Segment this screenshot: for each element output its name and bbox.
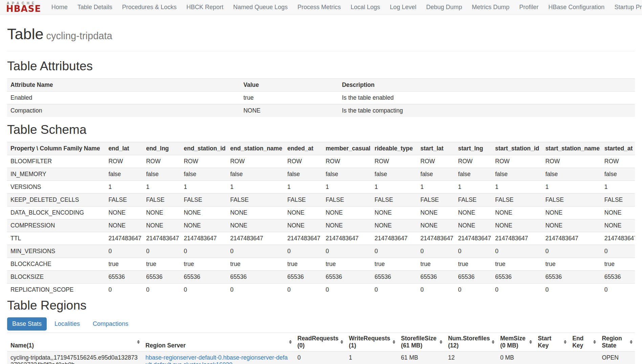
regions-column-header-end-key[interactable]: End Key (569, 333, 598, 351)
attributes-heading: Table Attributes (7, 59, 635, 73)
schema-property-cell: TTL (7, 232, 105, 245)
schema-value-cell: 1 (371, 180, 417, 193)
schema-value-cell: 65536 (542, 270, 601, 283)
attributes-header-row: Attribute NameValueDescription (7, 79, 635, 92)
schema-value-cell: NONE (180, 206, 227, 219)
schema-row: TTL2147483647214748364721474836472147483… (7, 232, 635, 245)
schema-value-cell: false (180, 168, 227, 180)
nav-item-home[interactable]: Home (46, 0, 72, 14)
schema-value-cell: FALSE (284, 193, 322, 206)
schema-value-cell: 65536 (371, 270, 417, 283)
nav-items: HomeTable DetailsProcedures & LocksHBCK … (46, 0, 642, 14)
schema-value-cell: false (284, 168, 322, 180)
nav-item-startup-progress[interactable]: Startup Progress (610, 0, 642, 14)
sort-down-arrow (340, 342, 343, 344)
nav-item-process-metrics[interactable]: Process Metrics (293, 0, 346, 14)
sort-down-arrow (593, 342, 596, 344)
regions-column-header-writerequests-1-[interactable]: WriteRequests (1) (346, 333, 398, 351)
sort-up-arrow (393, 340, 395, 341)
sort-down-arrow (564, 342, 567, 344)
top-navbar: APACHE HBASE HomeTable DetailsProcedures… (0, 0, 642, 15)
schema-row: IN_MEMORYfalsefalsefalsefalsefalsefalsef… (7, 168, 635, 180)
regions-column-header-name-1-[interactable]: Name(1) (7, 333, 142, 351)
sort-down-arrow (289, 342, 292, 344)
schema-value-cell: true (542, 258, 601, 270)
schema-value-cell: 0 (284, 245, 322, 258)
tab-base-stats[interactable]: Base Stats (7, 317, 47, 331)
attributes-column-header: Value (240, 79, 338, 92)
schema-value-cell: NONE (227, 206, 284, 219)
schema-value-cell: NONE (417, 219, 455, 232)
schema-value-cell: 1 (284, 180, 322, 193)
main-content: Tablecycling-tripdata Table Attributes A… (0, 26, 642, 364)
nav-item-named-queue-logs[interactable]: Named Queue Logs (228, 0, 292, 14)
regions-column-header-readrequests-0-[interactable]: ReadRequests (0) (294, 333, 346, 351)
tab-compactions[interactable]: Compactions (88, 317, 133, 331)
sort-down-arrow (137, 342, 140, 344)
schema-family-header: started_at (601, 142, 635, 155)
region-server-link[interactable]: hbase-regionserver-default-0.hbase-regio… (146, 354, 288, 364)
schema-value-cell: FALSE (180, 193, 227, 206)
nav-item-table-details[interactable]: Table Details (72, 0, 117, 14)
schema-family-header: start_lng (455, 142, 492, 155)
schema-value-cell: 0 (601, 245, 635, 258)
nav-item-hbase-configuration[interactable]: HBase Configuration (544, 0, 610, 14)
regions-column-label: Num.Storefiles (12) (448, 335, 490, 349)
nav-item-debug-dump[interactable]: Debug Dump (421, 0, 467, 14)
sort-icon (630, 340, 633, 344)
schema-value-cell: 65536 (455, 270, 492, 283)
sort-up-arrow (289, 340, 292, 341)
schema-property-cell: BLOCKSIZE (7, 270, 105, 283)
regions-column-header-num-storefiles-12-[interactable]: Num.Storefiles (12) (445, 333, 497, 351)
regions-column-header-memsize-0-mb-[interactable]: MemSize (0 MB) (497, 333, 534, 351)
schema-value-cell: true (455, 258, 492, 270)
sort-icon (564, 340, 567, 344)
schema-value-cell: 1 (322, 180, 371, 193)
attribute-description-cell: Is the table compacting (338, 104, 635, 117)
schema-family-header: rideable_type (371, 142, 417, 155)
schema-value-cell: FALSE (492, 193, 542, 206)
schema-row: BLOCKCACHEtruetruetruetruetruetruetruetr… (7, 258, 635, 270)
schema-value-cell: true (492, 258, 542, 270)
attribute-row: EnabledtrueIs the table enabled (7, 92, 635, 104)
nav-item-metrics-dump[interactable]: Metrics Dump (467, 0, 514, 14)
tab-localities[interactable]: Localities (49, 317, 85, 331)
schema-value-cell: NONE (601, 206, 635, 219)
nav-item-log-level[interactable]: Log Level (385, 0, 421, 14)
attribute-name-cell: Compaction (7, 104, 240, 117)
schema-value-cell: NONE (542, 219, 601, 232)
regions-column-header-region-server[interactable]: Region Server (142, 333, 294, 351)
nav-item-hbck-report[interactable]: HBCK Report (181, 0, 228, 14)
schema-value-cell: false (492, 168, 542, 180)
sort-down-arrow (492, 342, 494, 344)
schema-value-cell: NONE (371, 219, 417, 232)
sort-down-arrow (393, 342, 395, 344)
regions-column-header-storefilesize-61-mb-[interactable]: StorefileSize (61 MB) (398, 333, 445, 351)
schema-value-cell: false (371, 168, 417, 180)
schema-value-cell: true (180, 258, 227, 270)
table-name: cycling-tripdata (46, 30, 112, 41)
schema-family-header: end_lat (105, 142, 142, 155)
schema-value-cell: true (322, 258, 371, 270)
regions-column-header-region-state[interactable]: Region State (598, 333, 635, 351)
page-title-text: Table (7, 25, 44, 43)
regions-column-label: End Key (572, 335, 583, 349)
schema-value-cell: NONE (322, 219, 371, 232)
schema-value-cell: 0 (455, 245, 492, 258)
regions-column-label: StorefileSize (61 MB) (401, 335, 437, 349)
regions-column-header-start-key[interactable]: Start Key (534, 333, 569, 351)
region-mem-size-cell: 0 MB (497, 351, 534, 364)
nav-item-procedures-locks[interactable]: Procedures & Locks (117, 0, 181, 14)
schema-value-cell: NONE (542, 206, 601, 219)
schema-value-cell: NONE (417, 206, 455, 219)
schema-value-cell: 65536 (601, 270, 635, 283)
sort-icon (492, 340, 494, 344)
schema-value-cell: 0 (322, 245, 371, 258)
sort-icon (137, 340, 140, 344)
schema-value-cell: NONE (143, 219, 180, 232)
schema-value-cell: ROW (455, 155, 492, 168)
nav-item-local-logs[interactable]: Local Logs (346, 0, 385, 14)
schema-value-cell: NONE (492, 219, 542, 232)
hbase-logo[interactable]: APACHE HBASE (6, 1, 41, 13)
nav-item-profiler[interactable]: Profiler (514, 0, 544, 14)
